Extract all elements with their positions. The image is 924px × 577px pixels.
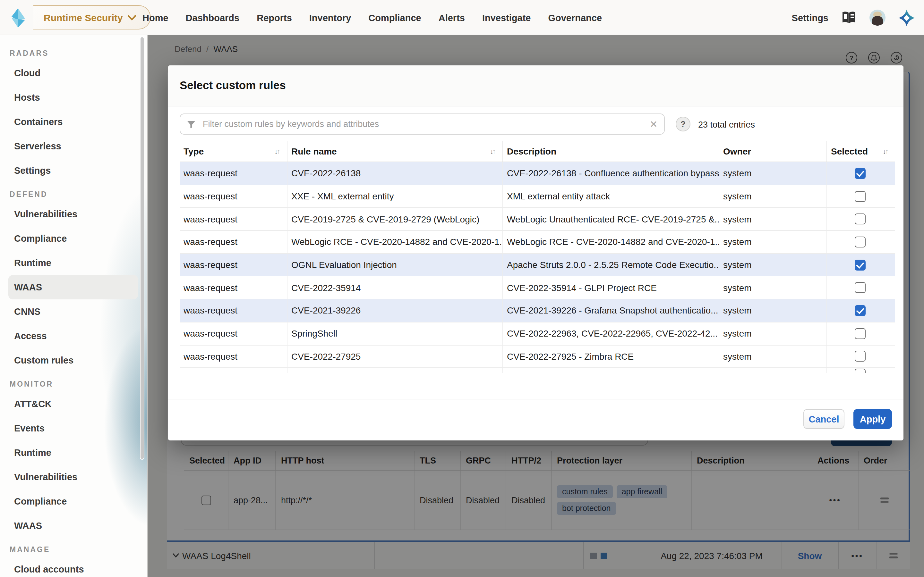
sidebar-item-waas[interactable]: WAAS: [8, 275, 138, 300]
sidebar-item-settings[interactable]: Settings: [0, 158, 147, 183]
intelligence-swirl-icon[interactable]: [891, 52, 902, 63]
notifications-bell-icon[interactable]: [868, 52, 880, 63]
clear-filter-icon[interactable]: ✕: [650, 119, 658, 129]
rule-checkbox[interactable]: [855, 168, 865, 179]
filter-help-icon[interactable]: ?: [676, 117, 690, 131]
rule-expand-chevron-icon[interactable]: [173, 542, 179, 569]
user-avatar[interactable]: [869, 10, 885, 26]
sidebar-item-attack[interactable]: ATT&CK: [0, 392, 147, 416]
sidebar-item-cnns[interactable]: CNNS: [0, 300, 147, 324]
runtime-security-logo-icon[interactable]: [10, 8, 27, 28]
rule-checkbox[interactable]: [855, 282, 865, 293]
rule-row-weblogic-rce[interactable]: waas-request WebLogic RCE - CVE-2020-148…: [180, 231, 895, 253]
rule-actions-menu[interactable]: •••: [851, 551, 863, 560]
nav-investigate[interactable]: Investigate: [482, 13, 531, 23]
rule-row-xxe[interactable]: waas-request XXE - XML external entity X…: [180, 185, 895, 208]
apps-col-http2[interactable]: HTTP/2: [506, 451, 551, 470]
chip-custom-rules: custom rules: [557, 485, 613, 498]
rule-row-cve-2022-26138[interactable]: waas-request CVE-2022-26138 CVE-2022-261…: [180, 162, 895, 185]
rule-checkbox[interactable]: [855, 351, 865, 362]
nav-dashboards[interactable]: Dashboards: [186, 13, 240, 23]
apps-col-description[interactable]: Description: [691, 451, 812, 470]
rule-row-cve-2021-39226[interactable]: waas-request CVE-2021-39226 CVE-2021-392…: [180, 300, 895, 322]
sidebar-item-containers[interactable]: Containers: [0, 110, 147, 134]
cancel-button[interactable]: Cancel: [803, 409, 845, 429]
rule-row-cve-2022-35914[interactable]: waas-request CVE-2022-35914 CVE-2022-359…: [180, 277, 895, 300]
sidebar-item-vulnerabilities[interactable]: Vulnerabilities: [0, 202, 147, 226]
sidebar-item-events[interactable]: Events: [0, 416, 147, 440]
app-row-checkbox[interactable]: [201, 495, 211, 505]
sidebar-item-waas-monitor[interactable]: WAAS: [0, 514, 147, 538]
docs-book-icon[interactable]: [841, 11, 857, 24]
sort-selected-icon[interactable]: ↓↑: [883, 147, 889, 155]
sidebar: RADARS Cloud Hosts Containers Serverless…: [0, 35, 148, 577]
sidebar-item-vulnerabilities-monitor[interactable]: Vulnerabilities: [0, 465, 147, 489]
sidebar-item-serverless[interactable]: Serverless: [0, 134, 147, 158]
nav-compliance[interactable]: Compliance: [368, 13, 421, 23]
prisma-cloud-logo-icon[interactable]: [898, 9, 915, 26]
nav-reports[interactable]: Reports: [257, 13, 292, 23]
sidebar-item-access[interactable]: Access: [0, 324, 147, 348]
breadcrumb-section[interactable]: Defend: [174, 44, 202, 54]
apps-col-order[interactable]: Order: [858, 451, 910, 470]
apps-col-app-id[interactable]: App ID: [228, 451, 275, 470]
rule-checkbox[interactable]: [855, 213, 865, 224]
sidebar-item-cloud[interactable]: Cloud: [0, 61, 147, 85]
product-switcher[interactable]: Runtime Security: [33, 5, 151, 29]
nav-inventory[interactable]: Inventory: [309, 13, 351, 23]
rule-checkbox[interactable]: [855, 328, 865, 339]
sidebar-item-hosts[interactable]: Hosts: [0, 85, 147, 110]
rule-row-springshell[interactable]: waas-request SpringShell CVE-2022-22963,…: [180, 322, 895, 345]
chip-bot-protection: bot protection: [557, 502, 616, 515]
modal-header: Select custom rules: [168, 65, 903, 106]
nav-governance[interactable]: Governance: [548, 13, 602, 23]
help-icon[interactable]: ?: [846, 52, 857, 63]
col-owner: Owner: [719, 141, 827, 161]
grpc-cell: Disabled: [460, 471, 506, 530]
sidebar-scrollbar[interactable]: [140, 37, 144, 460]
app-drag-handle-icon[interactable]: [880, 496, 888, 504]
rule-row-cve-2019-2725[interactable]: waas-request CVE-2019-2725 & CVE-2019-27…: [180, 208, 895, 231]
sort-type-icon[interactable]: ↓↑: [274, 147, 280, 155]
sort-rule-name-icon[interactable]: ↓↑: [490, 147, 496, 155]
rule-checkbox[interactable]: [855, 305, 865, 316]
breadcrumb-page: WAAS: [214, 44, 238, 54]
rule-row-cve-2022-27925[interactable]: waas-request CVE-2022-27925 CVE-2022-279…: [180, 345, 895, 368]
total-entries-label: 23 total entries: [698, 120, 755, 129]
col-rule-name: Rule name↓↑: [287, 141, 502, 161]
rule-row-ognl[interactable]: waas-request OGNL Evaluation Injection A…: [180, 254, 895, 277]
app-actions-menu[interactable]: •••: [829, 496, 841, 504]
apps-col-grpc[interactable]: GRPC: [460, 451, 506, 470]
rule-show-link[interactable]: Show: [798, 550, 822, 561]
nav-alerts[interactable]: Alerts: [439, 13, 465, 23]
rule-checkbox[interactable]: [855, 259, 865, 270]
waas-rule-collapsed-row[interactable]: WAAS Log4Shell Aug 22, 2023 7:46:03 PM S…: [167, 542, 910, 569]
rule-row-partial: [180, 368, 895, 373]
apps-col-http-host[interactable]: HTTP host: [275, 451, 414, 470]
status-square-gray: [590, 552, 597, 559]
sidebar-item-custom-rules[interactable]: Custom rules: [0, 348, 147, 372]
apps-col-selected[interactable]: Selected: [184, 451, 228, 470]
sidebar-item-compliance-monitor[interactable]: Compliance: [0, 489, 147, 514]
sidebar-item-runtime[interactable]: Runtime: [0, 251, 147, 275]
apply-button[interactable]: Apply: [853, 409, 892, 429]
protection-layer-chips: custom rules app firewall bot protection: [557, 485, 686, 515]
apps-table-row: app-28... http://*/* Disabled Disabled D…: [184, 471, 910, 530]
breadcrumb-separator: /: [204, 44, 211, 54]
app-description-cell: [691, 471, 812, 530]
apps-table: Selected App ID HTTP host TLS GRPC HTTP/…: [184, 451, 910, 530]
sidebar-item-runtime-monitor[interactable]: Runtime: [0, 440, 147, 465]
apps-col-protection-layer[interactable]: Protection layer: [551, 451, 691, 470]
modal-filter-input[interactable]: [202, 119, 644, 129]
rule-drag-handle-icon[interactable]: [889, 551, 897, 560]
nav-settings[interactable]: Settings: [792, 13, 829, 23]
http2-cell: Disabled: [506, 471, 551, 530]
sidebar-item-compliance[interactable]: Compliance: [0, 226, 147, 251]
apps-col-tls[interactable]: TLS: [414, 451, 460, 470]
nav-home[interactable]: Home: [142, 13, 168, 23]
rule-checkbox[interactable]: [855, 191, 865, 201]
sidebar-item-cloud-accounts[interactable]: Cloud accounts: [0, 557, 147, 577]
rule-checkbox[interactable]: [855, 237, 865, 247]
apps-col-actions[interactable]: Actions: [812, 451, 858, 470]
tls-cell: Disabled: [414, 471, 460, 530]
